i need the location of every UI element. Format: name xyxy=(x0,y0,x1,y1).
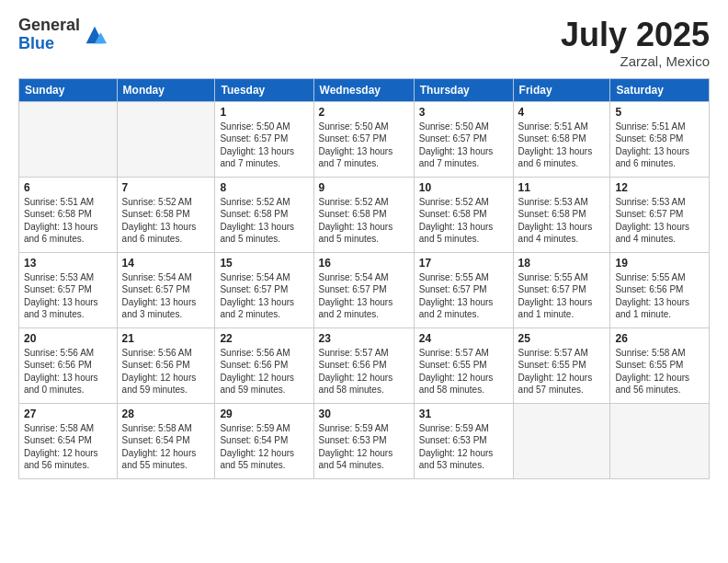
day-number: 22 xyxy=(220,332,308,345)
header-monday: Monday xyxy=(117,78,215,101)
day-number: 5 xyxy=(615,106,704,119)
calendar-cell: 24Sunrise: 5:57 AMSunset: 6:55 PMDayligh… xyxy=(414,327,513,403)
calendar-cell xyxy=(513,403,610,478)
logo-icon xyxy=(82,22,108,48)
day-detail: Sunrise: 5:50 AMSunset: 6:57 PMDaylight:… xyxy=(319,121,409,170)
day-number: 23 xyxy=(319,332,409,345)
day-detail: Sunrise: 5:57 AMSunset: 6:56 PMDaylight:… xyxy=(319,347,409,396)
day-detail: Sunrise: 5:54 AMSunset: 6:57 PMDaylight:… xyxy=(220,271,308,321)
calendar-cell: 29Sunrise: 5:59 AMSunset: 6:54 PMDayligh… xyxy=(215,403,313,478)
day-detail: Sunrise: 5:50 AMSunset: 6:57 PMDaylight:… xyxy=(419,121,508,170)
calendar-cell: 14Sunrise: 5:54 AMSunset: 6:57 PMDayligh… xyxy=(117,252,215,327)
header-saturday: Saturday xyxy=(610,78,710,101)
day-detail: Sunrise: 5:59 AMSunset: 6:53 PMDaylight:… xyxy=(319,422,409,472)
day-number: 1 xyxy=(220,106,308,119)
calendar-cell: 4Sunrise: 5:51 AMSunset: 6:58 PMDaylight… xyxy=(513,101,610,177)
calendar-cell: 20Sunrise: 5:56 AMSunset: 6:56 PMDayligh… xyxy=(19,327,118,403)
location: Zarzal, Mexico xyxy=(561,53,710,69)
calendar-cell: 28Sunrise: 5:58 AMSunset: 6:54 PMDayligh… xyxy=(117,403,215,478)
day-number: 17 xyxy=(419,257,508,270)
day-detail: Sunrise: 5:58 AMSunset: 6:54 PMDaylight:… xyxy=(122,422,210,472)
day-detail: Sunrise: 5:55 AMSunset: 6:56 PMDaylight:… xyxy=(615,271,704,321)
day-number: 18 xyxy=(518,257,606,270)
calendar-week-3: 13Sunrise: 5:53 AMSunset: 6:57 PMDayligh… xyxy=(19,252,710,327)
day-detail: Sunrise: 5:53 AMSunset: 6:58 PMDaylight:… xyxy=(518,196,606,246)
calendar-cell: 30Sunrise: 5:59 AMSunset: 6:53 PMDayligh… xyxy=(313,403,414,478)
header-tuesday: Tuesday xyxy=(215,78,313,101)
calendar-cell: 9Sunrise: 5:52 AMSunset: 6:58 PMDaylight… xyxy=(313,177,414,252)
day-number: 25 xyxy=(518,332,606,345)
day-number: 8 xyxy=(220,181,308,194)
calendar-cell: 18Sunrise: 5:55 AMSunset: 6:57 PMDayligh… xyxy=(513,252,610,327)
day-detail: Sunrise: 5:51 AMSunset: 6:58 PMDaylight:… xyxy=(24,196,112,246)
calendar: Sunday Monday Tuesday Wednesday Thursday… xyxy=(18,78,710,479)
day-detail: Sunrise: 5:59 AMSunset: 6:54 PMDaylight:… xyxy=(220,422,308,472)
day-detail: Sunrise: 5:54 AMSunset: 6:57 PMDaylight:… xyxy=(122,271,210,321)
calendar-cell: 16Sunrise: 5:54 AMSunset: 6:57 PMDayligh… xyxy=(313,252,414,327)
day-number: 2 xyxy=(319,106,409,119)
day-detail: Sunrise: 5:56 AMSunset: 6:56 PMDaylight:… xyxy=(24,347,112,396)
logo: General Blue xyxy=(18,17,108,53)
day-number: 14 xyxy=(122,257,210,270)
day-detail: Sunrise: 5:53 AMSunset: 6:57 PMDaylight:… xyxy=(24,271,112,321)
calendar-cell: 5Sunrise: 5:51 AMSunset: 6:58 PMDaylight… xyxy=(610,101,710,177)
calendar-cell: 15Sunrise: 5:54 AMSunset: 6:57 PMDayligh… xyxy=(215,252,313,327)
day-number: 20 xyxy=(24,332,112,345)
day-number: 3 xyxy=(419,106,508,119)
calendar-cell: 11Sunrise: 5:53 AMSunset: 6:58 PMDayligh… xyxy=(513,177,610,252)
day-detail: Sunrise: 5:55 AMSunset: 6:57 PMDaylight:… xyxy=(518,271,606,321)
header-sunday: Sunday xyxy=(19,78,118,101)
day-detail: Sunrise: 5:50 AMSunset: 6:57 PMDaylight:… xyxy=(220,121,308,170)
day-detail: Sunrise: 5:56 AMSunset: 6:56 PMDaylight:… xyxy=(122,347,210,396)
calendar-cell: 31Sunrise: 5:59 AMSunset: 6:53 PMDayligh… xyxy=(414,403,513,478)
day-number: 6 xyxy=(24,181,112,194)
calendar-week-1: 1Sunrise: 5:50 AMSunset: 6:57 PMDaylight… xyxy=(19,101,710,177)
logo-blue: Blue xyxy=(18,35,80,53)
calendar-cell: 19Sunrise: 5:55 AMSunset: 6:56 PMDayligh… xyxy=(610,252,710,327)
header-friday: Friday xyxy=(513,78,610,101)
calendar-cell: 2Sunrise: 5:50 AMSunset: 6:57 PMDaylight… xyxy=(313,101,414,177)
calendar-cell: 8Sunrise: 5:52 AMSunset: 6:58 PMDaylight… xyxy=(215,177,313,252)
calendar-week-4: 20Sunrise: 5:56 AMSunset: 6:56 PMDayligh… xyxy=(19,327,710,403)
header-thursday: Thursday xyxy=(414,78,513,101)
day-detail: Sunrise: 5:52 AMSunset: 6:58 PMDaylight:… xyxy=(122,196,210,246)
day-number: 28 xyxy=(122,408,210,420)
header-wednesday: Wednesday xyxy=(313,78,414,101)
day-detail: Sunrise: 5:51 AMSunset: 6:58 PMDaylight:… xyxy=(518,121,606,170)
day-number: 11 xyxy=(518,181,606,194)
day-number: 30 xyxy=(319,408,409,420)
day-detail: Sunrise: 5:52 AMSunset: 6:58 PMDaylight:… xyxy=(419,196,508,246)
day-detail: Sunrise: 5:51 AMSunset: 6:58 PMDaylight:… xyxy=(615,121,704,170)
calendar-cell: 26Sunrise: 5:58 AMSunset: 6:55 PMDayligh… xyxy=(610,327,710,403)
day-number: 27 xyxy=(24,408,112,420)
day-number: 29 xyxy=(220,408,308,420)
day-number: 16 xyxy=(319,257,409,270)
day-detail: Sunrise: 5:52 AMSunset: 6:58 PMDaylight:… xyxy=(319,196,409,246)
day-detail: Sunrise: 5:57 AMSunset: 6:55 PMDaylight:… xyxy=(518,347,606,396)
calendar-cell: 17Sunrise: 5:55 AMSunset: 6:57 PMDayligh… xyxy=(414,252,513,327)
calendar-week-2: 6Sunrise: 5:51 AMSunset: 6:58 PMDaylight… xyxy=(19,177,710,252)
calendar-cell: 6Sunrise: 5:51 AMSunset: 6:58 PMDaylight… xyxy=(19,177,118,252)
calendar-cell: 23Sunrise: 5:57 AMSunset: 6:56 PMDayligh… xyxy=(313,327,414,403)
day-detail: Sunrise: 5:58 AMSunset: 6:55 PMDaylight:… xyxy=(615,347,704,396)
day-number: 15 xyxy=(220,257,308,270)
day-detail: Sunrise: 5:55 AMSunset: 6:57 PMDaylight:… xyxy=(419,271,508,321)
day-number: 31 xyxy=(419,408,508,420)
calendar-cell: 1Sunrise: 5:50 AMSunset: 6:57 PMDaylight… xyxy=(215,101,313,177)
weekday-header-row: Sunday Monday Tuesday Wednesday Thursday… xyxy=(19,78,710,101)
page: General Blue July 2025 Zarzal, Mexico Su… xyxy=(0,0,728,563)
calendar-cell: 27Sunrise: 5:58 AMSunset: 6:54 PMDayligh… xyxy=(19,403,118,478)
logo-text: General Blue xyxy=(18,17,80,53)
title-block: July 2025 Zarzal, Mexico xyxy=(561,17,710,69)
header: General Blue July 2025 Zarzal, Mexico xyxy=(18,17,710,69)
calendar-cell: 13Sunrise: 5:53 AMSunset: 6:57 PMDayligh… xyxy=(19,252,118,327)
calendar-cell: 7Sunrise: 5:52 AMSunset: 6:58 PMDaylight… xyxy=(117,177,215,252)
day-number: 9 xyxy=(319,181,409,194)
day-number: 19 xyxy=(615,257,704,270)
month-title: July 2025 xyxy=(561,17,710,53)
day-detail: Sunrise: 5:53 AMSunset: 6:57 PMDaylight:… xyxy=(615,196,704,246)
calendar-cell xyxy=(610,403,710,478)
calendar-cell: 25Sunrise: 5:57 AMSunset: 6:55 PMDayligh… xyxy=(513,327,610,403)
day-detail: Sunrise: 5:58 AMSunset: 6:54 PMDaylight:… xyxy=(24,422,112,472)
day-number: 12 xyxy=(615,181,704,194)
